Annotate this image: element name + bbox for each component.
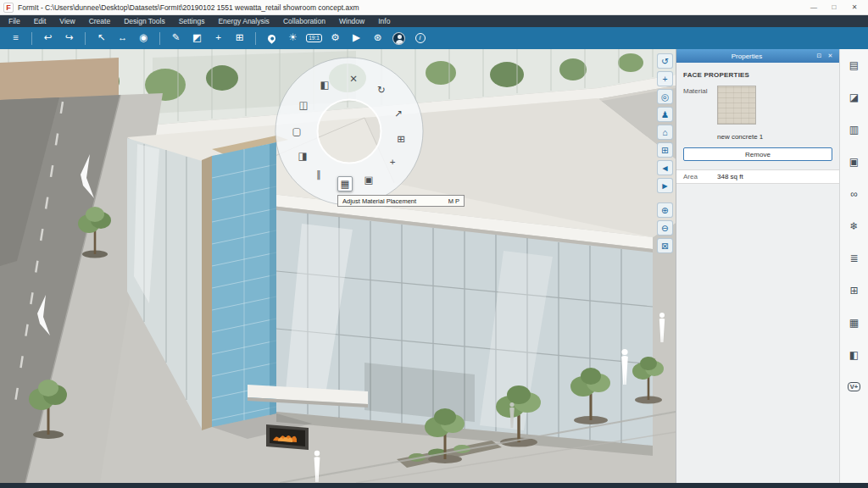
- menu-design-tools[interactable]: Design Tools: [117, 15, 172, 27]
- materials-panel-icon[interactable]: ◪: [846, 90, 862, 104]
- measure-icon[interactable]: ↔: [112, 30, 133, 47]
- icon-glyph: ☀: [288, 33, 297, 43]
- settings-icon[interactable]: ⚙: [325, 30, 346, 47]
- walk-icon[interactable]: ♟: [657, 107, 673, 122]
- icon-glyph: ⊞: [661, 146, 669, 155]
- material-row: Material: [676, 86, 839, 125]
- icon-glyph: ⚙: [331, 33, 339, 43]
- fit-view-icon[interactable]: ⊞: [657, 142, 673, 158]
- icon-glyph: ▣: [849, 157, 859, 167]
- properties-panel-icon[interactable]: ▤: [846, 58, 862, 72]
- layers-panel-icon[interactable]: ▥: [846, 122, 862, 136]
- pointer-icon[interactable]: ▶: [346, 30, 367, 47]
- info-icon[interactable]: i: [409, 30, 431, 47]
- remove-material-button[interactable]: Remove: [683, 147, 832, 161]
- properties-panel: Properties ⊡✕ FACE PROPERTIES Material n…: [676, 49, 839, 483]
- icon-glyph: ✕: [828, 53, 833, 59]
- menu-file[interactable]: File: [2, 15, 27, 27]
- section-panel-icon[interactable]: ◧: [846, 347, 862, 362]
- maximize-button[interactable]: □: [824, 0, 844, 14]
- vplus-badge[interactable]: V+: [846, 380, 862, 394]
- icon-glyph: ✕: [852, 3, 858, 11]
- rotate-icon[interactable]: ↻: [374, 82, 389, 97]
- delete-icon[interactable]: ✕: [346, 71, 361, 86]
- status-bar: [0, 483, 868, 488]
- mirror-icon[interactable]: ∥: [311, 167, 326, 182]
- scale-badge[interactable]: 19:1: [303, 30, 325, 47]
- zoom-selection-icon[interactable]: ⊠: [657, 238, 673, 253]
- icon-glyph: ⊞: [849, 286, 858, 296]
- menu-energy-analysis[interactable]: Energy Analysis: [211, 15, 275, 27]
- panel-icon-strip: ▤◪▥▣∞❄≣⊞▦◧V+: [839, 49, 868, 483]
- orbit-icon[interactable]: ↺: [657, 53, 673, 69]
- home-view-icon[interactable]: ⌂: [657, 125, 673, 140]
- primitives-icon[interactable]: ◩: [186, 30, 208, 47]
- plugins-panel-icon[interactable]: ⊞: [846, 283, 862, 297]
- icon-glyph: ⊕: [661, 206, 669, 215]
- zoom-in-icon[interactable]: ⊕: [657, 202, 673, 218]
- pan-icon[interactable]: +: [657, 71, 673, 86]
- properties-panel-title: Properties: [680, 53, 814, 60]
- close-button[interactable]: ✕: [844, 0, 865, 14]
- minimize-button[interactable]: —: [804, 0, 824, 14]
- close-panel-icon[interactable]: ✕: [825, 51, 836, 61]
- scenes-panel-icon[interactable]: ▣: [846, 154, 862, 169]
- radial-context-menu: ◫◧✕↻↗⊞+▣▦∥◨▢: [275, 57, 424, 206]
- menu-window[interactable]: Window: [332, 15, 371, 27]
- material-thumbnail[interactable]: [717, 86, 756, 125]
- scale-icon[interactable]: ↗: [391, 106, 406, 121]
- menu-create[interactable]: Create: [82, 15, 118, 27]
- icon-glyph: ⊛: [374, 33, 382, 43]
- adjust-material-placement-icon[interactable]: ▦: [337, 176, 353, 191]
- collaboration-icon[interactable]: ⊛: [367, 30, 388, 47]
- menu-collaboration[interactable]: Collaboration: [276, 15, 332, 27]
- layers-menu-icon[interactable]: ≡: [5, 30, 26, 47]
- icon-glyph: ❄: [849, 221, 858, 231]
- menu-view[interactable]: View: [53, 15, 81, 27]
- paint-icon[interactable]: ◉: [133, 30, 154, 47]
- look-around-icon[interactable]: ◎: [657, 89, 673, 104]
- environment-panel-icon[interactable]: ❄: [846, 219, 862, 233]
- icon-glyph: ⊡: [817, 53, 822, 59]
- previous-view-icon[interactable]: ◄: [657, 160, 673, 175]
- icon-glyph: ⊠: [661, 241, 669, 251]
- levels-panel-icon[interactable]: ≣: [846, 251, 862, 265]
- add-icon[interactable]: +: [385, 154, 400, 169]
- draw-icon[interactable]: ✎: [165, 30, 186, 47]
- menu-info[interactable]: Info: [371, 15, 397, 27]
- toolbar-separator: [159, 32, 160, 45]
- icon-glyph: □: [832, 3, 837, 11]
- icon-glyph: ▤: [849, 60, 859, 70]
- next-view-icon[interactable]: ►: [657, 178, 673, 193]
- undo-icon[interactable]: ↩: [37, 30, 58, 47]
- icon-glyph: ►: [660, 181, 669, 191]
- toolbar-separator: [255, 32, 256, 45]
- visibility-panel-icon[interactable]: ∞: [846, 186, 862, 201]
- sun-shadows-icon[interactable]: ☀: [282, 30, 303, 47]
- tooltip-label: Adjust Material Placement: [342, 197, 416, 205]
- icon-glyph: ▶: [353, 33, 360, 43]
- location-icon[interactable]: [261, 30, 282, 47]
- paint-face-icon[interactable]: ◨: [295, 148, 310, 164]
- fit-icon[interactable]: ⊞: [393, 131, 409, 147]
- select-icon[interactable]: ↖: [91, 30, 112, 47]
- properties-panel-header[interactable]: Properties ⊡✕: [676, 49, 839, 63]
- account-avatar-icon[interactable]: [388, 30, 409, 47]
- copy-icon[interactable]: ▣: [361, 172, 376, 187]
- extrude-icon[interactable]: ◫: [296, 97, 311, 113]
- zoom-out-icon[interactable]: ⊖: [657, 220, 673, 236]
- cube-icon[interactable]: ◧: [317, 77, 332, 92]
- area-value: 348 sq ft: [717, 173, 743, 180]
- menu-edit[interactable]: Edit: [27, 15, 53, 27]
- float-panel-icon[interactable]: ⊡: [814, 51, 825, 61]
- place-content-icon[interactable]: +: [208, 30, 229, 47]
- icon-glyph: ▥: [849, 125, 859, 135]
- menu-settings[interactable]: Settings: [172, 15, 212, 27]
- icon-glyph: ⊖: [661, 224, 669, 233]
- group-icon[interactable]: ⊞: [229, 30, 250, 47]
- redo-icon[interactable]: ↪: [58, 30, 80, 47]
- icon-glyph: ↩: [44, 33, 53, 43]
- viewport-3d[interactable]: ◫◧✕↻↗⊞+▣▦∥◨▢ Adjust Material Placement M…: [0, 49, 676, 483]
- content-library-panel-icon[interactable]: ▦: [846, 315, 862, 330]
- marquee-icon[interactable]: ▢: [289, 124, 304, 139]
